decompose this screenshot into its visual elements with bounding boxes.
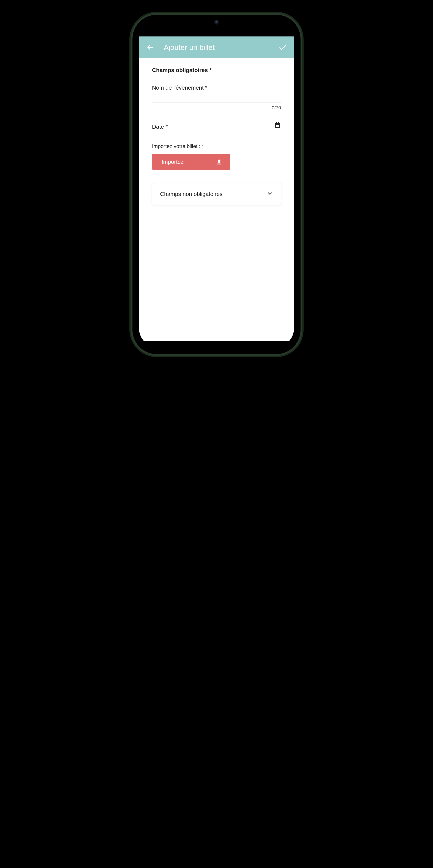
power-button — [301, 130, 302, 171]
screen: Ajouter un billet Champs obligatoires * … — [139, 21, 294, 348]
volume-down-button — [131, 154, 132, 180]
svg-rect-11 — [217, 163, 221, 164]
import-label: Importez votre billet : * — [152, 143, 281, 149]
svg-rect-4 — [279, 122, 279, 124]
phone-frame: Ajouter un billet Champs obligatoires * … — [131, 13, 302, 356]
event-name-label: Nom de l'évènement * — [152, 85, 281, 91]
required-section-title: Champs obligatoires * — [152, 67, 281, 73]
import-button[interactable]: Importez — [152, 154, 230, 170]
notch — [182, 15, 251, 30]
arrow-left-icon — [147, 43, 154, 51]
back-button[interactable] — [145, 42, 155, 52]
app-header: Ajouter un billet — [139, 36, 294, 58]
header-left: Ajouter un billet — [145, 42, 214, 52]
front-camera — [214, 20, 219, 25]
date-input[interactable]: Date * — [152, 122, 281, 132]
svg-rect-3 — [276, 122, 277, 124]
chevron-down-icon — [267, 190, 273, 197]
volume-up-button — [131, 121, 132, 147]
calendar-icon — [274, 122, 281, 129]
confirm-button[interactable] — [278, 42, 288, 52]
svg-rect-8 — [276, 126, 277, 127]
side-button-extra — [301, 249, 302, 306]
optional-fields-expander[interactable]: Champs non obligatoires — [152, 183, 281, 205]
optional-fields-label: Champs non obligatoires — [160, 191, 223, 197]
date-field-wrapper: Date * — [152, 122, 281, 132]
form-content: Champs obligatoires * Nom de l'évènement… — [139, 58, 294, 205]
svg-rect-5 — [276, 125, 277, 126]
event-name-counter: 0/70 — [152, 105, 281, 111]
mute-switch — [131, 97, 132, 113]
import-button-label: Importez — [162, 159, 183, 165]
svg-rect-7 — [279, 125, 279, 126]
date-label: Date * — [152, 123, 274, 130]
app-root: Ajouter un billet Champs obligatoires * … — [139, 36, 294, 341]
svg-rect-2 — [275, 123, 280, 124]
event-name-field: Nom de l'évènement * 0/70 — [152, 85, 281, 111]
page-title: Ajouter un billet — [164, 43, 214, 52]
upload-icon — [216, 158, 222, 165]
svg-rect-10 — [279, 126, 279, 127]
event-name-input[interactable] — [152, 92, 281, 102]
svg-rect-9 — [277, 126, 278, 127]
check-icon — [279, 43, 287, 52]
svg-rect-6 — [277, 125, 278, 126]
